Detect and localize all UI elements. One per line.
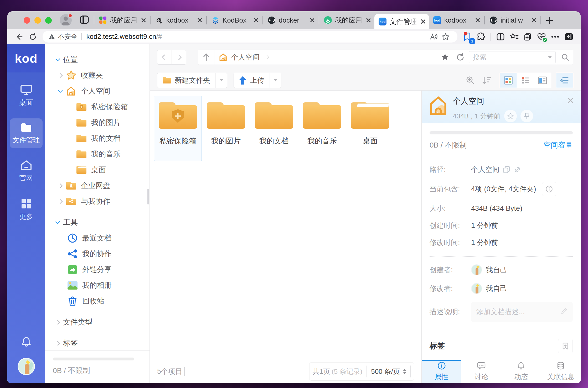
chevron-down-icon[interactable] [58, 88, 63, 93]
file-tile-safe-box[interactable]: 私密保险箱 [154, 96, 202, 161]
rail-item-more[interactable]: 更多 [10, 194, 43, 225]
tab-initial[interactable]: initial w [485, 11, 540, 29]
favorite-star-icon[interactable] [440, 31, 452, 43]
chevron-down-icon[interactable] [55, 219, 60, 224]
tree-item-my-collaboration[interactable]: 我的协作 [45, 246, 149, 262]
tree-item-my-albums[interactable]: 我的相册 [45, 277, 149, 293]
upload-button[interactable]: 上传 [234, 73, 270, 88]
security-label[interactable]: 不安全 [58, 32, 78, 41]
search-box[interactable] [469, 51, 556, 63]
chevron-right-icon[interactable] [55, 341, 60, 345]
tree-item-my-pictures[interactable]: 我的图片 [45, 115, 149, 130]
tab-kodbox-repo[interactable]: KodBox [207, 11, 262, 29]
close-tab-icon[interactable] [309, 17, 315, 23]
minimize-window-button[interactable] [34, 17, 41, 24]
file-tile-my-documents[interactable]: 我的文档 [250, 96, 298, 161]
new-folder-dropdown[interactable] [215, 73, 227, 88]
info-button[interactable] [542, 182, 556, 196]
close-tab-icon[interactable] [253, 17, 259, 23]
tree-item-external-share[interactable]: 外链分享 [45, 262, 149, 277]
refresh-view-button[interactable] [453, 50, 468, 65]
tree-item-enterprise-drive[interactable]: 企业网盘 [45, 178, 149, 193]
kod-logo[interactable]: kod [7, 44, 45, 72]
tab-kodbox-1[interactable]: kodbox [151, 11, 206, 29]
file-grid[interactable]: 私密保险箱 我的图片 我的文档 我的音乐 [150, 91, 421, 360]
address-bar[interactable]: 不安全 kod2.test2.websoft9.cn /# [43, 31, 457, 43]
tree-item-my-documents[interactable]: 我的文档 [45, 130, 149, 146]
breadcrumb-item[interactable]: 个人空间 [214, 53, 270, 62]
sort-icon[interactable] [480, 74, 493, 87]
tab-file-manager-active[interactable]: kod 文件管理 [374, 14, 429, 29]
history-forward-button[interactable] [172, 50, 186, 65]
pin-item-button[interactable] [520, 110, 533, 122]
new-tab-button[interactable] [546, 17, 554, 24]
notifications-bell-icon[interactable] [21, 336, 32, 348]
chevron-right-icon[interactable] [58, 183, 63, 188]
refresh-button[interactable] [27, 31, 39, 43]
tab-properties[interactable]: 属性 [422, 360, 461, 383]
close-tab-icon[interactable] [531, 17, 537, 23]
favorites-bar-icon[interactable] [508, 31, 520, 43]
tree-item-recent-docs[interactable]: 最近文档 [45, 230, 149, 246]
sidebar-toggle-icon[interactable] [563, 31, 575, 43]
close-tab-icon[interactable] [475, 17, 481, 23]
tab-kodbox-2[interactable]: kod kodbox [429, 11, 484, 29]
url-text[interactable]: kod2.test2.websoft9.cn [86, 33, 156, 41]
workspaces-badge-icon[interactable]: 3 [461, 31, 473, 43]
file-tile-my-pictures[interactable]: 我的图片 [202, 96, 250, 161]
chevron-right-icon[interactable] [58, 73, 63, 78]
file-tile-desktop[interactable]: 桌面 [346, 96, 394, 161]
view-grid-button[interactable] [500, 73, 517, 88]
chevron-down-icon[interactable] [55, 56, 60, 61]
tab-discussion[interactable]: 讨论 [461, 360, 501, 383]
tree-scrollbar[interactable] [147, 189, 149, 205]
tree-item-desktop-folder[interactable]: 桌面 [45, 162, 149, 178]
space-capacity-link[interactable]: 空间容量 [543, 140, 573, 150]
tree-item-recycle-bin[interactable]: 回收站 [45, 293, 149, 309]
browser-profile-avatar[interactable] [60, 14, 72, 26]
close-tab-icon[interactable] [420, 19, 426, 24]
tree-section-tools[interactable]: 工具 [45, 214, 149, 230]
tree-section-file-types[interactable]: 文件类型 [45, 314, 149, 330]
read-aloud-icon[interactable] [427, 31, 440, 43]
file-tile-my-music[interactable]: 我的音乐 [298, 96, 346, 161]
favorite-path-button[interactable] [437, 50, 453, 65]
tree-item-favorites[interactable]: 收藏夹 [45, 67, 149, 83]
tree-item-safe-box[interactable]: 私密保险箱 [45, 99, 149, 115]
rail-item-website[interactable]: 官网 [10, 156, 43, 186]
tag-settings-button[interactable] [558, 339, 573, 353]
new-folder-button[interactable]: 新建文件夹 [157, 73, 215, 88]
split-screen-icon[interactable] [494, 31, 507, 43]
upload-dropdown[interactable] [270, 73, 281, 88]
tree-item-personal-space[interactable]: 个人空间 [45, 83, 149, 99]
copy-icon[interactable] [503, 166, 510, 173]
page-size-select[interactable]: 500 条/页 [367, 365, 411, 378]
tree-item-shared-with-me[interactable]: 与我协作 [45, 193, 149, 209]
description-input[interactable]: 添加文档描述... [471, 302, 573, 322]
maximize-window-button[interactable] [45, 17, 52, 24]
back-button[interactable] [13, 31, 25, 43]
extensions-puzzle-icon[interactable] [475, 31, 487, 43]
rail-item-desktop[interactable]: 桌面 [10, 80, 43, 111]
view-column-button[interactable] [534, 73, 551, 88]
rail-item-file-manager[interactable]: 文件管理 [10, 118, 43, 148]
search-input[interactable] [473, 53, 548, 61]
tab-my-apps-2[interactable]: 我的应用 [320, 11, 374, 29]
close-tab-icon[interactable] [197, 17, 203, 23]
settings-more-icon[interactable] [549, 31, 561, 43]
search-filter-caret[interactable] [548, 56, 552, 59]
collections-icon[interactable] [522, 31, 534, 43]
tree-section-tags[interactable]: 标签 [45, 335, 149, 350]
tab-activity[interactable]: 动态 [501, 360, 541, 383]
zoom-icon[interactable] [463, 74, 477, 87]
chevron-right-icon[interactable] [55, 320, 60, 324]
user-avatar[interactable] [18, 358, 35, 375]
workspaces-icon[interactable] [80, 15, 89, 25]
tab-related-info[interactable]: 关联信息 [541, 360, 581, 383]
close-panel-icon[interactable] [566, 96, 574, 104]
tab-my-apps-1[interactable]: 我的应用 [95, 11, 149, 29]
close-tab-icon[interactable] [365, 17, 371, 23]
up-directory-button[interactable] [198, 50, 214, 65]
view-list-button[interactable] [517, 73, 534, 88]
close-tab-icon[interactable] [141, 17, 146, 23]
